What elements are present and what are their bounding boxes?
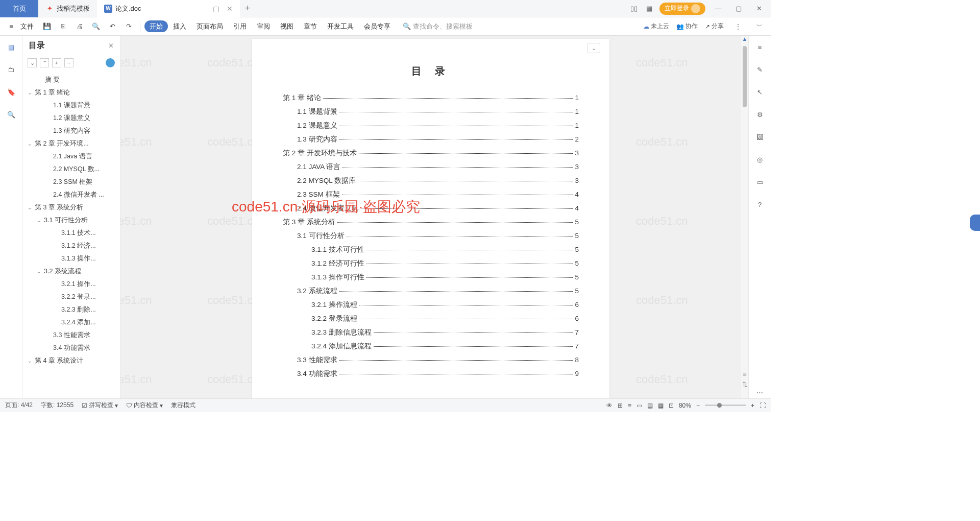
outline-item[interactable]: 3.1.1 技术...: [22, 227, 120, 240]
outline-item[interactable]: 3.1.2 经济...: [22, 240, 120, 252]
outline-item[interactable]: ⌄第 2 章 开发环境...: [22, 137, 120, 150]
page-indicator[interactable]: 页面: 4/42: [5, 401, 33, 410]
add-icon[interactable]: +: [52, 58, 61, 67]
collapse-icon[interactable]: ﹀: [752, 19, 767, 34]
maximize-button[interactable]: ▢: [731, 5, 746, 12]
outline-item[interactable]: 2.2 MYSQL 数...: [22, 163, 120, 176]
print-icon[interactable]: 🖨: [72, 19, 87, 34]
menu-插入[interactable]: 插入: [168, 20, 191, 32]
outline-item[interactable]: 3.2.4 添加...: [22, 316, 120, 329]
toc-entry[interactable]: 3.2.4 添加信息流程7: [283, 342, 579, 351]
redo-icon[interactable]: ↷: [121, 19, 136, 34]
toc-entry[interactable]: 1.1 课题背景1: [283, 107, 579, 116]
image-icon[interactable]: 🖼: [754, 131, 766, 143]
document-area[interactable]: code51.cncode51.cncode51.cncode51.cncode…: [120, 36, 741, 398]
share-button[interactable]: ↗分享: [705, 22, 724, 31]
tab-home[interactable]: 首页: [0, 0, 38, 17]
view3-icon[interactable]: ≡: [628, 402, 631, 409]
outline-item[interactable]: ⌄第 1 章 绪论: [22, 86, 120, 99]
toc-entry[interactable]: 2.2 MYSQL 数据库3: [283, 176, 579, 185]
toc-entry[interactable]: 1.3 研究内容2: [283, 135, 579, 144]
toc-entry[interactable]: 3.2.1 操作流程6: [283, 300, 579, 310]
menu-视图[interactable]: 视图: [275, 20, 299, 32]
folder-icon[interactable]: 🗀: [5, 63, 17, 76]
outline-item[interactable]: 3.3 性能需求: [22, 329, 120, 342]
toc-entry[interactable]: 2.4 微信开发者工具4: [283, 204, 579, 213]
outline-item[interactable]: 3.2.1 操作...: [22, 278, 120, 291]
more-dots-icon[interactable]: ⋯: [754, 386, 766, 398]
more-icon[interactable]: ⋮: [731, 19, 745, 34]
toc-entry[interactable]: 1.2 课题意义1: [283, 121, 579, 130]
toc-entry[interactable]: 3.1.3 操作可行性5: [283, 273, 579, 282]
outline-item[interactable]: 1.1 课题背景: [22, 99, 120, 112]
tab-window-icon[interactable]: ▢: [213, 5, 219, 13]
screen-icon[interactable]: ▭: [754, 176, 766, 188]
vertical-scrollbar[interactable]: ▲ ≡ ⇅: [741, 36, 748, 398]
toc-entry[interactable]: 3.2.3 删除信息流程7: [283, 328, 579, 337]
outline-item[interactable]: 3.4 功能需求: [22, 342, 120, 354]
toc-entry[interactable]: 3.1.1 技术可行性5: [283, 245, 579, 254]
view2-icon[interactable]: ⊞: [618, 402, 623, 409]
outline-item[interactable]: ⌄3.1 可行性分析: [22, 214, 120, 227]
outline-icon[interactable]: ▤: [5, 41, 17, 53]
menu-页面布局[interactable]: 页面布局: [191, 20, 228, 32]
collab-button[interactable]: 👥协作: [676, 22, 698, 31]
adjust-icon[interactable]: ⚙: [754, 108, 766, 121]
cursor-icon[interactable]: ↖: [754, 86, 766, 98]
tab-document[interactable]: W 论文.doc ▢ ✕: [97, 0, 240, 17]
remove-icon[interactable]: −: [64, 58, 74, 67]
outline-item[interactable]: 2.3 SSM 框架: [22, 176, 120, 188]
menu-引用[interactable]: 引用: [228, 20, 252, 32]
sync-badge[interactable]: [106, 58, 115, 67]
toc-entry[interactable]: 第 2 章 开发环境与技术3: [283, 149, 579, 158]
apps-icon[interactable]: ▦: [644, 4, 654, 14]
toc-entry[interactable]: 2.1 JAVA 语言3: [283, 162, 579, 172]
menu-审阅[interactable]: 审阅: [252, 20, 275, 32]
help-icon[interactable]: ?: [754, 198, 766, 210]
toc-entry[interactable]: 2.3 SSM 框架4: [283, 190, 579, 199]
compat-mode[interactable]: 兼容模式: [171, 401, 195, 410]
toc-entry[interactable]: 3.2.2 登录流程6: [283, 314, 579, 323]
menu-章节[interactable]: 章节: [299, 20, 322, 32]
view1-icon[interactable]: 👁: [606, 402, 612, 409]
close-button[interactable]: ✕: [751, 5, 767, 12]
zoom-out-icon[interactable]: −: [696, 402, 700, 409]
tab-template[interactable]: ✦ 找稻壳模板: [38, 0, 97, 17]
outline-item[interactable]: 2.4 微信开发者 ...: [22, 188, 120, 201]
export-icon[interactable]: ⎘: [56, 19, 70, 34]
zoom-fit-icon[interactable]: ⊡: [669, 402, 674, 409]
collapse-all-icon[interactable]: ⌄: [28, 58, 37, 67]
bookmark-icon[interactable]: 🔖: [5, 86, 17, 98]
zoom-level[interactable]: 80%: [679, 402, 691, 409]
fullscreen-icon[interactable]: ⛶: [760, 402, 766, 409]
outline-item[interactable]: 摘 要: [22, 74, 120, 86]
menu-icon[interactable]: ≡: [4, 19, 18, 34]
login-button[interactable]: 立即登录: [659, 3, 705, 15]
undo-icon[interactable]: ↶: [105, 19, 119, 34]
outline-item[interactable]: 2.1 Java 语言: [22, 150, 120, 163]
view5-icon[interactable]: ▤: [647, 402, 653, 409]
layout-icon[interactable]: ▯▯: [629, 4, 639, 14]
outline-item[interactable]: 3.1.3 操作...: [22, 252, 120, 265]
menu-开发工具[interactable]: 开发工具: [322, 20, 359, 32]
settings-icon[interactable]: ≡: [754, 41, 766, 53]
toc-entry[interactable]: 3.4 功能需求9: [283, 369, 579, 378]
toc-entry[interactable]: 第 1 章 绪论1: [283, 93, 579, 103]
outline-item[interactable]: 3.2.3 删除...: [22, 303, 120, 316]
file-menu[interactable]: 文件: [20, 22, 34, 31]
find-icon[interactable]: 🔍: [5, 108, 17, 121]
toc-entry[interactable]: 3.1 可行性分析5: [283, 231, 579, 241]
expand-all-icon[interactable]: ⌃: [40, 58, 49, 67]
outline-item[interactable]: ⌄3.2 系统流程: [22, 265, 120, 278]
zoom-in-icon[interactable]: +: [751, 402, 754, 409]
toc-entry[interactable]: 第 3 章 系统分析5: [283, 218, 579, 227]
cloud-status[interactable]: ☁未上云: [643, 22, 669, 31]
toc-entry[interactable]: 3.3 性能需求8: [283, 356, 579, 365]
outline-item[interactable]: 3.2.2 登录...: [22, 291, 120, 303]
tab-close-icon[interactable]: ✕: [227, 5, 233, 13]
zoom-slider[interactable]: [705, 405, 746, 406]
target-icon[interactable]: ◎: [754, 153, 766, 165]
preview-icon[interactable]: 🔍: [89, 19, 103, 34]
outline-close-icon[interactable]: ✕: [108, 42, 114, 50]
menu-开始[interactable]: 开始: [144, 20, 168, 32]
